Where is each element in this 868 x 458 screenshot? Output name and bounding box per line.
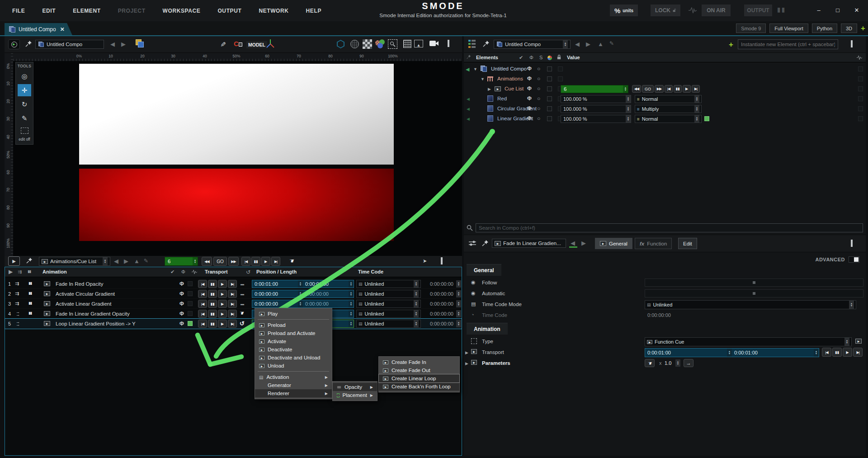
zoom-region-icon[interactable] <box>388 39 397 49</box>
forward-icon[interactable]: ▶ <box>581 240 586 246</box>
automatic-value[interactable] <box>645 289 863 297</box>
visible-icon[interactable]: Φ <box>179 281 184 287</box>
speed-value[interactable]: 1.0 <box>665 360 671 366</box>
menu-item-preload[interactable]: ▶Preload <box>255 321 332 329</box>
cue-prev-button[interactable]: |◀ <box>198 280 207 288</box>
menu-item-create-back-forth-loop[interactable]: ▶Create Back'n Forth Loop <box>379 382 459 391</box>
grid-icon[interactable] <box>403 40 411 48</box>
transport-times-field[interactable]: 0:00:01:000:00:01:00 <box>645 348 819 357</box>
follow-value[interactable] <box>645 279 863 287</box>
edit-icon[interactable]: ✎ <box>609 40 614 47</box>
menu-help[interactable]: HELP <box>297 8 330 14</box>
play-button[interactable]: ▶ <box>261 257 270 266</box>
cue-follow-icon[interactable]: ⇉ <box>15 281 19 287</box>
layers-icon[interactable] <box>136 39 145 48</box>
cue-checkbox[interactable] <box>188 311 193 316</box>
flag-icon[interactable]: ⚑ <box>288 259 295 264</box>
drag-handle-icon[interactable]: ◀ <box>467 117 470 121</box>
menu-network[interactable]: NETWORK <box>250 8 297 14</box>
pin-icon[interactable] <box>26 257 33 265</box>
elements-list-icon[interactable] <box>468 40 476 49</box>
menu-item-placement[interactable]: Placement▶ <box>333 391 377 399</box>
blend-mode-dropdown[interactable]: ≡Normal <box>635 115 702 123</box>
cue-play-button[interactable]: ▶ <box>218 280 227 288</box>
select-checkbox[interactable] <box>547 96 552 101</box>
fast-forward-button[interactable]: ▶▶ <box>655 85 664 93</box>
element-name[interactable]: Untitled Compo <box>491 66 527 71</box>
solo-icon[interactable]: ○ <box>537 85 540 92</box>
cue-pause-button[interactable]: ▮▮ <box>208 310 217 318</box>
smode9-button[interactable]: Smode 9 <box>736 24 766 33</box>
menu-item-create-linear-loop[interactable]: ▶Create Linear Loop <box>379 374 459 382</box>
prev-cue-button[interactable]: |◀ <box>241 257 250 266</box>
cue-number-field[interactable]: 6 <box>165 257 198 266</box>
pin-icon[interactable] <box>482 240 489 248</box>
menu-item-unload[interactable]: ▶Unload <box>255 362 332 370</box>
viewport-canvas[interactable] <box>13 61 462 256</box>
rewind-button[interactable]: ◀◀ <box>632 85 641 93</box>
visible-icon[interactable]: Φ <box>527 76 532 82</box>
tree-row-cue-list[interactable]: ▶ ▶ Cue List Φ ○ 6 ◀◀ GO ▶▶ |◀ ▮▮ ▶ ▶| <box>464 84 866 94</box>
visible-icon[interactable]: Φ <box>179 301 184 307</box>
pin-icon[interactable] <box>483 40 490 48</box>
linear-gradient-layer[interactable] <box>79 64 394 165</box>
advanced-toggle[interactable] <box>849 256 859 263</box>
cue-next-button[interactable]: ▶| <box>228 320 237 328</box>
tree-row-red[interactable]: ◀ Red Φ ○ 100.000 % ≡Normal <box>464 94 866 104</box>
timecode-mode-dropdown[interactable]: ▤Unlinked <box>356 280 421 288</box>
cue-row-5-selected[interactable]: 5 →→ ▶ Loop Linear Gradient Position -> … <box>5 319 462 329</box>
select-checkbox[interactable] <box>547 76 552 81</box>
rewind-button[interactable]: ◀◀ <box>202 257 212 266</box>
solo-icon[interactable]: ○ <box>537 76 540 82</box>
gizmo-icon[interactable] <box>266 39 275 50</box>
extra-checkbox[interactable] <box>558 66 563 71</box>
visible-icon[interactable]: Φ <box>527 105 532 112</box>
checkerboard-icon[interactable] <box>363 39 372 49</box>
cue-loop-icon[interactable]: ↺ <box>240 320 245 327</box>
magnet-icon[interactable]: C <box>234 40 239 47</box>
timecode-value[interactable]: 0:00:00:00 <box>430 311 453 316</box>
add-workspace-icon[interactable]: + <box>861 24 865 32</box>
lock-button[interactable]: LOCK <box>651 5 680 16</box>
type-extra-button[interactable]: ▶ <box>855 339 862 344</box>
solo-icon[interactable]: ○ <box>537 115 540 122</box>
expand-icon[interactable]: ➤ <box>423 258 427 264</box>
element-name[interactable]: Red <box>497 96 507 101</box>
expander-icon[interactable]: ▼ <box>473 67 477 71</box>
viewport-compo-selector[interactable]: Untitled Compo <box>35 40 104 49</box>
cue-pause-button[interactable]: ▮▮ <box>208 300 217 308</box>
tab-untitled-compo[interactable]: Untitled Compo ✕ <box>5 23 72 35</box>
inspector-element-selector[interactable]: ▶Fade In Linear Gradien... <box>492 239 566 248</box>
timeline-play-icon[interactable]: ▶ <box>8 256 20 266</box>
history-forward-icon[interactable]: ▶ <box>121 41 126 47</box>
element-name[interactable]: Animations <box>497 76 523 81</box>
timecode-stepper[interactable] <box>456 300 461 307</box>
panel-layout-icon[interactable] <box>851 40 853 47</box>
cue-play-button[interactable]: ▶ <box>218 300 227 308</box>
cue-name[interactable]: Fade In Linear Gradient Opacity <box>56 311 130 316</box>
follow-mode-icon[interactable]: ⇉ <box>18 269 22 275</box>
timecode-mode-dropdown[interactable]: ▤Unlinked <box>356 300 421 308</box>
tab-function[interactable]: fxFunction <box>635 238 672 249</box>
select-checkbox[interactable] <box>547 86 552 91</box>
extra-checkbox[interactable] <box>558 76 563 81</box>
select-checkbox[interactable] <box>547 116 552 121</box>
position-length-field[interactable]: 0:00:00:000:00:00:00 <box>252 300 354 308</box>
play-button[interactable]: ▶ <box>683 85 691 93</box>
pause-all-icon[interactable]: ▮▮ <box>28 269 31 274</box>
blend-mode-dropdown[interactable]: ≡Normal <box>635 95 702 103</box>
model-mode-label[interactable]: MODEL <box>246 41 267 48</box>
menu-file[interactable]: FILE <box>4 8 33 14</box>
flag-button[interactable]: ⚑ <box>645 359 655 367</box>
expander-icon[interactable]: ▶ <box>465 350 468 355</box>
cue-pause-icon[interactable]: ▮▮ <box>28 311 32 315</box>
select-tool-icon[interactable]: ◎ <box>18 70 31 82</box>
timecode-value[interactable]: 0:00:00:00 <box>430 301 453 307</box>
parameters-icon[interactable] <box>468 240 476 248</box>
visible-icon[interactable]: Φ <box>527 95 532 102</box>
cue-name[interactable]: Loop Linear Gradient Position -> Y <box>56 321 136 326</box>
tree-row-animations[interactable]: ▼ Animations Φ ○ <box>464 74 866 84</box>
menu-item-deactivate-unload[interactable]: ▶Deactivate and Unload <box>255 354 332 362</box>
cue-pause-icon[interactable]: ▮▮ <box>28 291 32 295</box>
menu-output[interactable]: OUTPUT <box>209 8 250 14</box>
